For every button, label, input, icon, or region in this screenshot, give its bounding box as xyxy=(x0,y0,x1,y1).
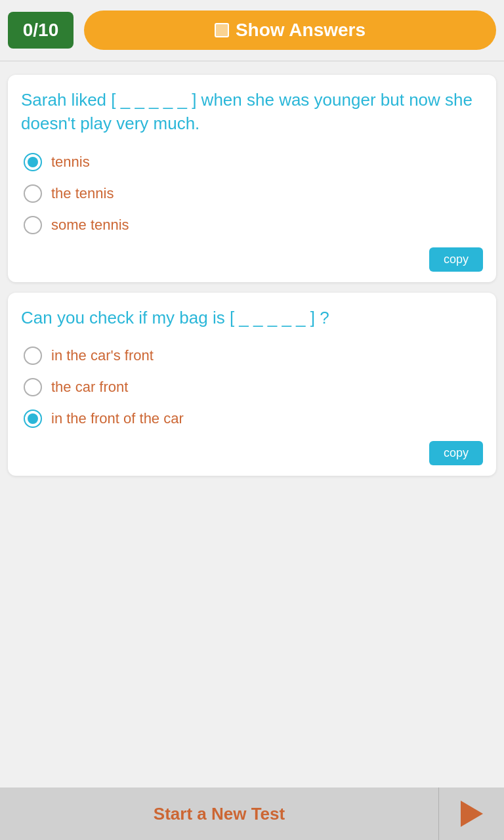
radio-2-1[interactable] xyxy=(24,378,42,396)
option-item-2-1[interactable]: the car front xyxy=(21,373,483,402)
option-label-1-0: tennis xyxy=(51,154,90,171)
footer: Start a New Test xyxy=(0,788,504,840)
radio-inner-1-0 xyxy=(28,157,38,167)
show-answers-button[interactable]: Show Answers xyxy=(84,10,496,50)
options-group-1: tennisthe tennissome tennis xyxy=(21,148,483,240)
radio-2-0[interactable] xyxy=(24,346,42,365)
header-divider xyxy=(0,60,504,62)
header: 0/10 Show Answers xyxy=(0,0,504,60)
question-text-2: Can you check if my bag is [ _ _ _ _ _ ]… xyxy=(21,306,483,329)
option-item-2-0[interactable]: in the car's front xyxy=(21,341,483,370)
score-badge: 0/10 xyxy=(8,12,74,49)
option-label-1-2: some tennis xyxy=(51,217,129,234)
option-label-1-1: the tennis xyxy=(51,185,114,202)
question-card-1: Sarah liked [ _ _ _ _ _ ] when she was y… xyxy=(8,75,496,282)
options-group-2: in the car's frontthe car frontin the fr… xyxy=(21,341,483,433)
radio-inner-2-2 xyxy=(28,413,38,424)
question-card-2: Can you check if my bag is [ _ _ _ _ _ ]… xyxy=(8,293,496,476)
radio-1-1[interactable] xyxy=(24,184,42,203)
checkbox-icon xyxy=(215,23,229,37)
option-item-1-1[interactable]: the tennis xyxy=(21,179,483,208)
option-item-1-0[interactable]: tennis xyxy=(21,148,483,177)
option-item-2-2[interactable]: in the front of the car xyxy=(21,404,483,433)
new-test-button[interactable]: Start a New Test xyxy=(0,788,438,840)
content: Sarah liked [ _ _ _ _ _ ] when she was y… xyxy=(0,70,504,481)
option-label-2-2: in the front of the car xyxy=(51,410,184,427)
copy-button-1[interactable]: copy xyxy=(429,247,483,272)
play-icon xyxy=(461,801,483,827)
copy-button-2[interactable]: copy xyxy=(429,441,483,465)
question-text-1: Sarah liked [ _ _ _ _ _ ] when she was y… xyxy=(21,88,483,136)
radio-2-2[interactable] xyxy=(24,410,42,428)
option-item-1-2[interactable]: some tennis xyxy=(21,211,483,240)
option-label-2-0: in the car's front xyxy=(51,347,154,364)
option-label-2-1: the car front xyxy=(51,379,128,396)
show-answers-label: Show Answers xyxy=(236,20,366,41)
radio-1-0[interactable] xyxy=(24,153,42,171)
radio-1-2[interactable] xyxy=(24,216,42,234)
play-button[interactable] xyxy=(438,788,504,840)
